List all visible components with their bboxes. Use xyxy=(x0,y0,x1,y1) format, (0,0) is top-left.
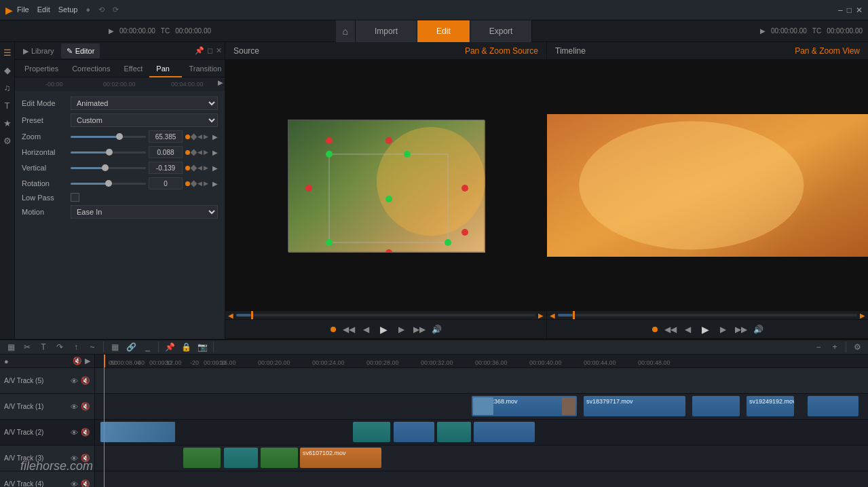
import-button[interactable]: Import xyxy=(356,20,417,42)
horizontal-prev-keyframe[interactable] xyxy=(191,149,197,156)
timeline-scrubber[interactable]: ◀ ▶ xyxy=(547,311,868,319)
pan-zoom-source-title[interactable]: Pan & Zoom Source xyxy=(465,46,538,56)
track3-clip3[interactable] xyxy=(261,448,298,468)
horizontal-right-arrow[interactable]: ▶ xyxy=(204,149,208,156)
track-header-playhead[interactable]: ▶ xyxy=(85,357,90,365)
timeline-video-frame[interactable] xyxy=(547,114,868,257)
tab-properties[interactable]: Properties xyxy=(18,60,65,77)
clip-blank1[interactable] xyxy=(692,396,740,416)
track-2-mute[interactable]: 🔇 xyxy=(81,428,90,437)
source-scrubber-track[interactable] xyxy=(236,314,535,317)
tl-scrubber-left[interactable]: ◀ xyxy=(550,312,555,319)
tl-prev-frame[interactable]: ◀◀ xyxy=(663,322,678,337)
menu-edit[interactable]: Edit xyxy=(37,5,50,14)
tab-pan-zoom[interactable]: Pan And Zoom xyxy=(149,60,182,77)
clip-sv6252368[interactable]: sv6252368.mov xyxy=(472,396,577,416)
vertical-expand[interactable]: ▶ xyxy=(212,164,218,172)
tl-step-back[interactable]: ◀ xyxy=(681,322,696,337)
track-2-eye[interactable]: 👁 xyxy=(71,429,78,437)
tl-tool-chain[interactable]: ⎯ xyxy=(140,340,154,354)
close-btn[interactable]: ✕ xyxy=(856,5,863,15)
sidebar-icon-text[interactable]: T xyxy=(0,98,15,113)
tl-play[interactable]: ▶ xyxy=(698,322,713,337)
zoom-value[interactable]: 65.385 xyxy=(149,130,183,143)
rotation-right-arrow[interactable]: ▶ xyxy=(204,180,208,187)
sidebar-icon-audio[interactable]: ♫ xyxy=(0,80,15,95)
track-5-eye[interactable]: 👁 xyxy=(71,377,78,385)
menu-file[interactable]: File xyxy=(17,5,29,14)
track2-clip2[interactable] xyxy=(353,422,390,442)
tl-settings[interactable]: ⚙ xyxy=(850,340,864,354)
source-play[interactable]: ▶ xyxy=(377,322,392,337)
tl-tool-arrow[interactable]: ↑ xyxy=(69,340,83,354)
timeline-title[interactable]: Timeline xyxy=(555,46,586,56)
track-4-mute[interactable]: 🔇 xyxy=(81,480,90,487)
vertical-keyframe-dot[interactable] xyxy=(185,166,190,170)
track3-clip1[interactable] xyxy=(183,448,221,468)
tl-tool-wave[interactable]: ~ xyxy=(86,340,99,354)
vertical-left-arrow[interactable]: ◀ xyxy=(197,164,202,171)
track3-clip4[interactable]: sv6107102.mov xyxy=(300,448,381,468)
scrubber-left-arrow[interactable]: ◀ xyxy=(228,312,233,319)
source-title[interactable]: Source xyxy=(233,46,259,56)
source-scrubber-handle[interactable] xyxy=(251,311,253,319)
zoom-right-arrow[interactable]: ▶ xyxy=(204,133,208,140)
close-panel-icon[interactable]: ✕ xyxy=(216,46,222,55)
track-4-content[interactable] xyxy=(95,471,868,487)
horizontal-expand[interactable]: ▶ xyxy=(212,149,218,156)
tl-scrubber-right[interactable]: ▶ xyxy=(860,312,865,319)
track-2-content[interactable] xyxy=(95,420,868,446)
track-header-icon[interactable]: ● xyxy=(4,357,9,365)
tl-tool-text[interactable]: T xyxy=(37,340,50,354)
vertical-prev-keyframe[interactable] xyxy=(191,164,197,171)
edit-button[interactable]: Edit xyxy=(417,20,470,42)
track-1-eye[interactable]: 👁 xyxy=(71,403,78,411)
track-4-eye[interactable]: 👁 xyxy=(71,480,78,488)
source-volume[interactable]: 🔊 xyxy=(430,322,445,337)
sidebar-icon-effects[interactable]: ◆ xyxy=(0,62,15,77)
track-1-content[interactable]: sv6252368.mov sv18379717.mov sv19249192.… xyxy=(95,394,868,420)
rotation-expand[interactable]: ▶ xyxy=(212,180,218,187)
vertical-slider-thumb[interactable] xyxy=(102,164,109,171)
track-5-content[interactable] xyxy=(95,368,868,394)
track-header-mute[interactable]: 🔇 xyxy=(73,357,82,365)
zoom-keyframe-dot[interactable] xyxy=(185,134,190,139)
vertical-value[interactable]: -0.139 xyxy=(149,162,183,174)
low-pass-checkbox[interactable] xyxy=(71,193,79,202)
timeline-scrubber-handle[interactable] xyxy=(573,311,575,319)
source-video-frame[interactable] xyxy=(288,120,485,252)
tl-tool-camera[interactable]: 📷 xyxy=(195,340,209,354)
tl-tool-marker[interactable]: 📌 xyxy=(163,340,176,354)
sidebar-icon-settings[interactable]: ⚙ xyxy=(0,133,15,148)
menu-icon2[interactable]: ⟲ xyxy=(98,5,105,14)
track-3-content[interactable]: sv6107102.mov xyxy=(95,446,868,471)
tl-tool-cut[interactable]: ✂ xyxy=(20,340,34,354)
expand-icon[interactable]: ▶ xyxy=(218,79,223,86)
rotation-value[interactable]: 0 xyxy=(149,177,183,190)
vertical-slider-track[interactable] xyxy=(71,167,146,169)
tl-zoom-out[interactable]: − xyxy=(812,340,825,354)
menu-icon1[interactable]: ● xyxy=(86,5,90,14)
track-3-eye[interactable]: 👁 xyxy=(71,454,78,463)
tab-corrections[interactable]: Corrections xyxy=(65,60,117,77)
editor-tab[interactable]: ✎ Editor xyxy=(61,43,100,58)
track2-clip1[interactable] xyxy=(100,422,175,442)
track2-clip4[interactable] xyxy=(437,422,471,442)
tab-transition-in[interactable]: Transition In xyxy=(182,60,228,77)
tl-volume[interactable]: 🔊 xyxy=(751,322,766,337)
export-button[interactable]: Export xyxy=(470,20,533,42)
clip-sv19249192[interactable]: sv19249192.mov xyxy=(747,396,794,416)
zoom-expand[interactable]: ▶ xyxy=(212,133,218,141)
horizontal-slider-thumb[interactable] xyxy=(106,149,113,156)
menu-icon3[interactable]: ⟳ xyxy=(113,5,119,14)
horizontal-slider-track[interactable] xyxy=(71,151,146,154)
sidebar-icon-edit[interactable]: ☰ xyxy=(0,45,15,60)
clip-blank2[interactable] xyxy=(808,396,858,416)
scrubber-right-arrow[interactable]: ▶ xyxy=(538,312,544,319)
tl-tool-lock[interactable]: 🔒 xyxy=(179,340,193,354)
zoom-prev-keyframe[interactable] xyxy=(191,133,197,140)
rotation-left-arrow[interactable]: ◀ xyxy=(197,180,202,187)
minimize-btn[interactable]: – xyxy=(838,5,843,15)
timeline-scrubber-track[interactable] xyxy=(558,314,857,317)
vertical-right-arrow[interactable]: ▶ xyxy=(204,164,208,171)
